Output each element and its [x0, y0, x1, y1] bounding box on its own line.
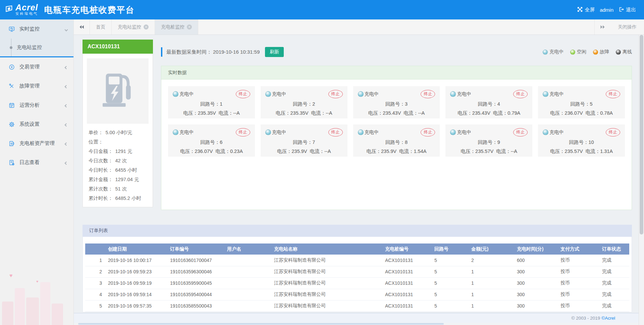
terminate-button[interactable]: 终止: [513, 90, 528, 98]
terminate-button[interactable]: 终止: [421, 90, 435, 98]
sidebar-item-2[interactable]: ¥交易管理: [0, 57, 73, 76]
circuit-number: 1: [220, 101, 222, 107]
order-cell: 300: [513, 289, 556, 300]
terminate-button[interactable]: 终止: [606, 90, 620, 98]
voltage-label: 电压：: [276, 110, 290, 116]
orders-column-header: 支付方式: [556, 243, 598, 255]
sidebar-subitem-1[interactable]: 充电站监控: [0, 39, 73, 56]
footer: © 2003 - 2019 ©Acrel: [74, 313, 639, 323]
vertical-scrollbar[interactable]: [639, 35, 644, 325]
acrel-link[interactable]: ©Acrel: [601, 316, 615, 321]
circuit-status-label: 充电中: [272, 129, 286, 136]
circuit-number: 2: [312, 101, 315, 107]
station-stat-line: 累计时长：6485.2 小时: [89, 194, 149, 203]
copyright-text: © 2003 - 2019: [572, 316, 600, 321]
fullscreen-button[interactable]: 全屏: [577, 7, 595, 13]
circuit-card: 充电中 终止 回路号：4 电压：235.43V电流：0.79A: [445, 86, 532, 118]
tab-close-icon[interactable]: ×: [144, 24, 149, 30]
stat-value: 1297.04 元: [115, 177, 139, 182]
tabs-scroll-left-button[interactable]: [74, 19, 90, 35]
order-row[interactable]: 32019-10-16 09:59:191910163595900045江苏安科…: [85, 277, 629, 289]
terminate-button[interactable]: 终止: [236, 90, 250, 98]
circuit-number: 10: [589, 140, 594, 145]
horizontal-scrollbar[interactable]: [74, 323, 639, 325]
circuit-status: 充电中: [543, 91, 564, 97]
refresh-button[interactable]: 刷新: [265, 47, 284, 57]
chevron-left-icon: [65, 102, 67, 108]
sidebar-subitem-label: 充电站监控: [17, 44, 42, 51]
circuit-number-line: 回路号：1: [173, 101, 250, 107]
current-value: 1.31A: [600, 149, 613, 154]
order-cell: 2: [467, 255, 513, 266]
tab-2[interactable]: 充电站监控×: [112, 19, 155, 35]
order-cell: 300: [513, 277, 556, 289]
sidebar-item-label: 故障管理: [19, 83, 40, 89]
logout-button[interactable]: 退出: [619, 7, 636, 13]
tab-1[interactable]: 首页: [90, 19, 112, 35]
sidebar-item-5[interactable]: 系统设置: [0, 115, 73, 134]
sidebar-item-label: 充电桩资产管理: [19, 140, 55, 147]
order-cell: 1: [467, 300, 513, 312]
terminate-button[interactable]: 终止: [328, 128, 343, 137]
terminate-button[interactable]: 终止: [236, 128, 250, 137]
circuit-label: 回路号：: [200, 140, 220, 145]
terminate-button[interactable]: 终止: [606, 128, 620, 137]
circuit-number: 8: [405, 140, 408, 145]
sidebar-item-3[interactable]: 故障管理: [0, 76, 73, 96]
station-stat-line: 今日次数：42 次: [89, 156, 149, 165]
terminate-button[interactable]: 终止: [513, 128, 528, 137]
fault-icon: [9, 83, 15, 89]
order-row[interactable]: 42019-10-16 09:59:141910163595400044江苏安科…: [85, 289, 629, 300]
circuit-label: 回路号：: [569, 140, 589, 145]
chevron-down-icon: [65, 26, 67, 32]
sidebar: 实时监控充电站监控¥交易管理故障管理运营分析系统设置充电桩资产管理日志查看 ♥ …: [0, 19, 74, 325]
sidebar-item-6[interactable]: 充电桩资产管理: [0, 134, 73, 153]
chevron-left-icon: [65, 160, 67, 165]
order-cell: [223, 255, 270, 266]
current-value: 1.54A: [414, 149, 427, 154]
sidebar-item-4[interactable]: 运营分析: [0, 96, 73, 115]
sidebar-item-1[interactable]: 实时监控: [0, 19, 73, 39]
heart-icon: ♥: [36, 279, 39, 283]
status-ball-icon: [616, 50, 621, 55]
tab-label: 首页: [96, 24, 105, 30]
stat-value: 51 次: [115, 186, 127, 192]
logout-icon: [619, 7, 624, 13]
circuit-metrics-line: 电压：236.07V电流：0.23A: [173, 148, 250, 155]
order-row[interactable]: 52019-10-16 09:57:351910163585500043江苏安科…: [85, 300, 629, 312]
order-cell: 2019-10-16 09:59:19: [104, 277, 166, 289]
chevron-left-icon: [65, 121, 67, 127]
sidebar-item-label: 实时监控: [19, 26, 40, 32]
stat-label: 累计金额：: [89, 177, 113, 182]
horizontal-scrollbar-thumb[interactable]: [78, 323, 444, 325]
terminate-button[interactable]: 终止: [328, 90, 343, 98]
terminate-button[interactable]: 终止: [421, 128, 435, 137]
realtime-panel-title: 实时数据: [161, 66, 632, 79]
orders-column-header: 充电时间(分): [513, 243, 556, 255]
stat-value: 42 次: [115, 158, 127, 163]
order-cell: 完成: [598, 277, 629, 289]
charging-pile-image: [87, 58, 149, 124]
order-cell: 江苏安科瑞制造有限公司: [270, 277, 381, 289]
voltage-value: 235.35V: [290, 110, 309, 116]
close-operations-menu[interactable]: 关闭操作: [610, 19, 644, 35]
username[interactable]: admin: [600, 7, 613, 13]
order-cell: 3: [85, 277, 104, 289]
orders-column-header: 充电站名称: [270, 243, 381, 255]
charging-ball-icon: [265, 91, 271, 97]
station-stat-line: 累计金额：1297.04 元: [89, 175, 149, 184]
accent-bar: [161, 47, 162, 57]
tab-close-icon[interactable]: ×: [187, 24, 192, 30]
order-row[interactable]: 22019-10-16 09:59:231910163596300046江苏安科…: [85, 266, 629, 277]
tabs-scroll-right-button[interactable]: [594, 19, 610, 35]
sidebar-item-7[interactable]: 日志查看: [0, 153, 73, 172]
order-cell: 投币: [556, 277, 598, 289]
order-row[interactable]: 12019-10-16 10:00:171910163601700047江苏安科…: [85, 255, 629, 266]
circuit-grid: 充电中 终止 回路号：1 电压：235.35V电流：--A 充电中 终止 回路号…: [161, 79, 632, 163]
stat-label: 累计时长：: [89, 196, 113, 201]
legend-item: 充电中: [543, 49, 564, 55]
tab-3[interactable]: 充电桩监控×: [155, 19, 198, 35]
vertical-scrollbar-thumb[interactable]: [640, 35, 643, 234]
status-legend: 充电中 空闲 故障 离线: [543, 49, 632, 55]
circuit-metrics-line: 电压：235.57V电流：1.31A: [543, 148, 620, 155]
